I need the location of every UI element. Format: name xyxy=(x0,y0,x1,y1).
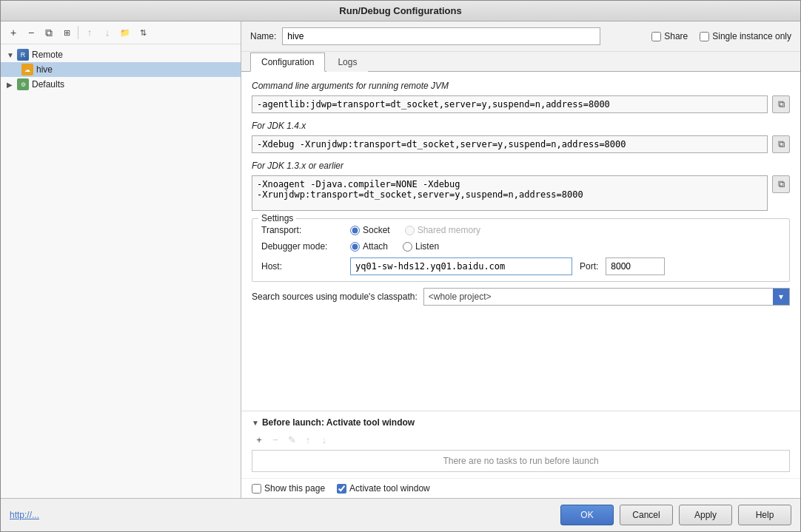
jdk13-input[interactable]: -Xnoagent -Djava.compiler=NONE -Xdebug -… xyxy=(252,175,768,211)
shared-memory-label: Shared memory xyxy=(418,225,480,235)
before-launch-title: Before launch: Activate tool window xyxy=(262,417,415,428)
attach-label: Attach xyxy=(363,241,388,252)
cmdline-input[interactable] xyxy=(252,95,768,113)
jdk14-input[interactable] xyxy=(252,135,768,153)
before-launch-header[interactable]: ▼ Before launch: Activate tool window xyxy=(252,417,790,428)
tab-configuration[interactable]: Configuration xyxy=(250,53,325,72)
help-button[interactable]: Help xyxy=(738,505,791,525)
before-launch-toolbar: + − ✎ ↑ ↓ xyxy=(252,432,790,447)
move-to-group-button[interactable]: ⊞ xyxy=(58,24,75,41)
copy-jdk14-button[interactable]: ⧉ xyxy=(772,135,790,153)
debugger-mode-label: Debugger mode: xyxy=(261,241,335,252)
name-label: Name: xyxy=(250,31,276,41)
tree-item-remote[interactable]: ▼ R Remote xyxy=(1,47,241,62)
copy-cmdline-button[interactable]: ⧉ xyxy=(772,95,790,113)
help-link[interactable]: http://... xyxy=(10,510,39,520)
attach-radio[interactable] xyxy=(350,242,360,252)
edit-task-button[interactable]: ✎ xyxy=(284,432,299,447)
attach-radio-item[interactable]: Attach xyxy=(350,241,388,252)
transport-row: Transport: Socket Shared memory xyxy=(261,225,780,235)
classpath-select[interactable]: <whole project> ▾ xyxy=(423,288,790,306)
sort-button[interactable]: ⇅ xyxy=(135,24,151,41)
port-label: Port: xyxy=(580,261,598,272)
classpath-label: Search sources using module's classpath: xyxy=(252,292,418,302)
port-input[interactable] xyxy=(606,257,665,275)
defaults-icon: ⚙ xyxy=(17,78,29,90)
before-launch-arrow-icon: ▼ xyxy=(252,419,259,427)
host-input[interactable] xyxy=(350,257,572,275)
left-toolbar: + − ⧉ ⊞ ↑ ↓ 📁 ⇅ xyxy=(1,21,241,44)
toolbar-sep-1 xyxy=(78,26,78,39)
shared-memory-radio[interactable] xyxy=(405,226,415,235)
debugger-mode-radio-group: Attach Listen xyxy=(350,241,439,252)
bottom-checks: Show this page Activate tool window xyxy=(241,478,800,498)
add-config-button[interactable]: + xyxy=(5,24,21,41)
host-port-inputs: Port: xyxy=(350,257,665,275)
jdk14-label: For JDK 1.4.x xyxy=(252,121,790,131)
single-instance-label[interactable]: Single instance only xyxy=(712,31,791,41)
run-debug-dialog: Run/Debug Configurations + − ⧉ ⊞ ↑ ↓ 📁 ⇅… xyxy=(0,0,801,532)
listen-radio[interactable] xyxy=(403,242,412,252)
folder-button[interactable]: 📁 xyxy=(117,24,133,41)
move-down-button[interactable]: ↓ xyxy=(99,24,115,41)
debugger-mode-row: Debugger mode: Attach Listen xyxy=(261,241,780,252)
title-bar: Run/Debug Configurations xyxy=(1,1,800,21)
dialog-title: Run/Debug Configurations xyxy=(339,5,461,16)
show-page-checkbox-row[interactable]: Show this page xyxy=(252,483,325,494)
move-task-up-button[interactable]: ↑ xyxy=(301,432,315,447)
jdk13-label: For JDK 1.3.x or earlier xyxy=(252,161,790,171)
defaults-label: Defaults xyxy=(32,79,64,90)
tab-logs[interactable]: Logs xyxy=(326,53,368,72)
listen-radio-item[interactable]: Listen xyxy=(403,241,439,252)
copy-config-button[interactable]: ⧉ xyxy=(41,24,57,41)
share-checkbox-row: Share xyxy=(651,31,688,41)
shared-memory-radio-item[interactable]: Shared memory xyxy=(405,225,480,235)
show-page-checkbox[interactable] xyxy=(252,484,261,494)
single-instance-checkbox[interactable] xyxy=(700,32,709,41)
right-panel: Name: Share Single instance only Confi xyxy=(241,21,800,498)
classpath-value: <whole project> xyxy=(424,290,773,303)
cancel-button[interactable]: Cancel xyxy=(620,505,673,525)
move-task-down-button[interactable]: ↓ xyxy=(317,432,332,447)
tree-item-defaults[interactable]: ▶ ⚙ Defaults xyxy=(1,77,241,92)
show-page-label: Show this page xyxy=(264,483,325,494)
activate-window-checkbox-row[interactable]: Activate tool window xyxy=(337,483,430,494)
listen-label: Listen xyxy=(415,241,439,252)
jdk14-row: ⧉ xyxy=(252,135,790,153)
remove-task-button[interactable]: − xyxy=(268,432,283,447)
socket-label: Socket xyxy=(363,225,390,235)
share-label[interactable]: Share xyxy=(664,31,688,41)
tabs-area: Configuration Logs xyxy=(241,52,800,72)
tree-item-hive[interactable]: ☁ hive xyxy=(1,62,241,77)
config-tree: ▼ R Remote ☁ hive ▶ ⚙ xyxy=(1,44,241,498)
cmdline-label: Command line arguments for running remot… xyxy=(252,81,790,91)
left-panel: + − ⧉ ⊞ ↑ ↓ 📁 ⇅ ▼ R Remote xyxy=(1,21,241,498)
transport-label: Transport: xyxy=(261,225,335,235)
apply-button[interactable]: Apply xyxy=(679,505,732,525)
socket-radio[interactable] xyxy=(350,226,360,235)
share-checkbox[interactable] xyxy=(651,32,661,41)
hive-label: hive xyxy=(36,64,53,75)
name-input[interactable] xyxy=(282,27,600,45)
classpath-dropdown-button[interactable]: ▾ xyxy=(773,289,789,305)
add-task-button[interactable]: + xyxy=(252,432,267,447)
settings-section: Settings Transport: Socket Shared memory xyxy=(252,218,790,282)
cmdline-row: ⧉ xyxy=(252,95,790,113)
copy-jdk13-button[interactable]: ⧉ xyxy=(772,175,790,193)
activate-window-checkbox[interactable] xyxy=(337,484,346,494)
transport-radio-group: Socket Shared memory xyxy=(350,225,480,235)
remove-config-button[interactable]: − xyxy=(23,24,39,41)
name-row: Name: Share Single instance only xyxy=(241,21,800,52)
move-up-button[interactable]: ↑ xyxy=(81,24,98,41)
ok-button[interactable]: OK xyxy=(560,505,614,525)
footer: http://... OK Cancel Apply Help xyxy=(1,498,800,531)
hive-icon: ☁ xyxy=(21,64,33,75)
main-content: + − ⧉ ⊞ ↑ ↓ 📁 ⇅ ▼ R Remote xyxy=(1,21,800,498)
defaults-arrow-icon: ▶ xyxy=(7,81,16,89)
socket-radio-item[interactable]: Socket xyxy=(350,225,390,235)
config-content: Command line arguments for running remot… xyxy=(241,72,800,411)
remote-icon: R xyxy=(17,49,29,61)
settings-legend: Settings xyxy=(258,213,296,223)
remote-label: Remote xyxy=(32,50,63,60)
before-launch-section: ▼ Before launch: Activate tool window + … xyxy=(241,411,800,478)
